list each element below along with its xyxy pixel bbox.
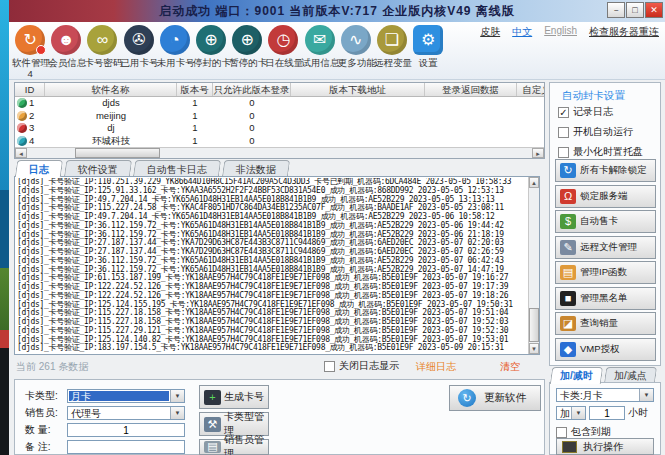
chinese-link[interactable]: 中文 <box>512 25 532 39</box>
include-expired-checkbox[interactable]: 包含到期 <box>556 425 611 439</box>
card-type-select[interactable]: 月卡 ▼ <box>67 389 185 403</box>
remote-vars-icon: ❏ <box>377 25 407 55</box>
adjust-op-select[interactable]: 加 ▼ <box>556 406 586 420</box>
toolbar-item[interactable]: ⊕ 停封的卡 <box>193 25 229 78</box>
english-link[interactable]: English <box>544 25 577 39</box>
toolbar-item[interactable]: ⊕ 暂停的卡 <box>229 25 265 78</box>
toolbar-item[interactable]: ☻ 会员信息 <box>48 25 84 78</box>
sidebar-button[interactable]: ◪ 查询销量 <box>555 312 656 335</box>
quantity-input[interactable] <box>67 423 185 437</box>
toolbar-item-label: 未用卡号 <box>157 57 193 70</box>
minimize-button[interactable]: － <box>607 2 625 18</box>
toolbar-item[interactable]: ∞ 卡号密码 <box>84 25 120 78</box>
paused-cards-icon: ⊕ <box>232 25 262 55</box>
log-vertical-scrollbar[interactable]: ▲ ▼ <box>528 177 539 354</box>
toolbar-item[interactable]: ❏ 远程变量 <box>374 25 410 78</box>
table-header-cell[interactable]: 版本下载地址 <box>291 83 425 96</box>
chevron-down-icon[interactable]: ▼ <box>170 407 184 419</box>
toolbar-item[interactable]: ✇ 已用卡号 <box>121 25 157 78</box>
sidebar-button-label: VMP授权 <box>580 343 620 356</box>
settings-checkbox[interactable]: 记录日志 <box>558 105 643 119</box>
toolbar-item[interactable]: ◔ 未用卡号 <box>157 25 193 78</box>
scroll-down-arrow-icon[interactable]: ▼ <box>529 343 539 354</box>
auto-sell-icon: $ <box>560 214 576 229</box>
table-header-cell[interactable]: 版本号 <box>177 83 213 96</box>
tab[interactable]: 日志 <box>15 160 63 177</box>
table-header-cell[interactable]: ID <box>15 83 45 96</box>
chevron-down-icon[interactable]: ▼ <box>170 390 184 402</box>
auto-ban-settings-link[interactable]: 自动封卡设置 <box>562 89 625 103</box>
scroll-right-arrow-icon[interactable]: ▸ <box>532 148 544 158</box>
sidebar-button[interactable]: ◆ VMP授权 <box>555 338 656 361</box>
sidebar-button[interactable]: ■ 管理黑名单 <box>555 287 656 310</box>
adjust-card-type-select[interactable]: 卡类:月卡 ▼ <box>556 388 654 402</box>
table-header-cell[interactable]: 软件名称 <box>45 83 177 96</box>
scrollbar-thumb[interactable] <box>529 308 539 342</box>
sidebar-button[interactable]: $ 自动售卡 <box>555 210 656 233</box>
more-features-icon: ∿ <box>341 25 371 55</box>
settings-checkbox[interactable]: 开机自动运行 <box>558 125 643 139</box>
log-panel[interactable]: [djds]_卡号验证_IP:110.251.39.229_YK86644D10… <box>14 176 540 355</box>
generate-cards-button[interactable]: + 生成卡号 <box>199 385 269 409</box>
row-software-name: djds <box>45 97 177 110</box>
checkbox-label: 最小化时置托盘 <box>573 145 643 159</box>
card-type-value: 月卡 <box>69 391 169 401</box>
toolbar-item[interactable]: ✉ 试用信息 <box>302 25 338 78</box>
toolbar: ↻ 软件管理 4 ☻ 会员信息 ∞ 卡号密码 ✇ 已用卡号 <box>9 22 665 80</box>
scroll-left-arrow-icon[interactable]: ◂ <box>15 148 27 158</box>
update-software-button[interactable]: ↻ 更新软件 <box>449 385 541 411</box>
clear-log-link[interactable]: 清空 <box>500 360 520 374</box>
sidebar-button[interactable]: ↻ 所有卡解除锁定 <box>555 159 656 182</box>
chevron-down-icon[interactable]: ▼ <box>571 407 585 419</box>
sidebar-button-label: 管理黑名单 <box>580 292 628 305</box>
execute-button[interactable]: 执行操作 <box>556 438 654 455</box>
checkbox-icon <box>556 427 567 438</box>
skin-link[interactable]: 皮肤 <box>480 25 500 39</box>
daily-online-icon: ◷ <box>268 25 298 55</box>
checkbox-icon <box>558 127 569 138</box>
toolbar-item[interactable]: ◷ 日在线量 <box>265 25 301 78</box>
note-input[interactable] <box>67 440 185 454</box>
scroll-up-arrow-icon[interactable]: ▲ <box>529 177 539 188</box>
sidebar-button[interactable]: ▤ 管理IP函数 <box>555 261 656 284</box>
chevron-down-icon[interactable]: ▼ <box>639 389 653 401</box>
manage-sellers-button[interactable]: ▤ 销售员管理 <box>199 439 269 455</box>
table-header-cell[interactable]: 登录返回数据 <box>425 83 517 96</box>
include-expired-label: 包含到期 <box>571 425 611 439</box>
query-sales-icon: ◪ <box>560 316 576 331</box>
row-download-url <box>291 97 425 110</box>
settings-checkbox[interactable]: 最小化时置托盘 <box>558 145 643 159</box>
sidebar-button[interactable]: ✎ 远程文件管理 <box>555 236 656 259</box>
table-row[interactable]: 3 dj 1 0 <box>15 122 544 135</box>
maximize-button[interactable]: □ <box>626 2 644 18</box>
member-info-icon: ☻ <box>51 25 81 55</box>
checkbox-label: 开机自动运行 <box>573 125 633 139</box>
row-id: 3 <box>29 122 34 134</box>
detail-log-link[interactable]: 详细日志 <box>416 360 456 374</box>
banned-cards-icon: ⊕ <box>196 25 226 55</box>
seller-label: 销售员: <box>25 406 67 420</box>
row-login-return <box>425 122 517 135</box>
scrollbar-thumb[interactable] <box>75 148 160 158</box>
table-header-cell[interactable]: 只允许此版本登录 <box>213 83 291 96</box>
seller-select[interactable]: 代理号 ▼ <box>67 406 185 420</box>
row-download-url <box>291 122 425 135</box>
table-row[interactable]: 4 环城科技 1 0 <box>15 135 544 148</box>
close-log-checkbox[interactable]: 关闭日志显示 <box>324 359 399 373</box>
toolbar-item[interactable]: ⚙ 设置 <box>410 25 446 78</box>
row-login-return <box>425 135 517 148</box>
sidebar-button[interactable]: Ω 锁定服务端 <box>555 185 656 208</box>
toolbar-item[interactable]: ↻ 软件管理 4 <box>12 25 48 78</box>
table-row[interactable]: 1 djds 1 0 <box>15 97 544 110</box>
close-button[interactable]: ✕ <box>645 2 663 18</box>
table-header-cell[interactable]: 自定义 <box>517 83 545 96</box>
table-horizontal-scrollbar[interactable]: ◂ ▸ <box>15 147 544 158</box>
adjust-amount-input[interactable] <box>589 406 625 420</box>
row-software-name: dj <box>45 122 177 135</box>
checkbox-label: 记录日志 <box>573 105 613 119</box>
table-row[interactable]: 2 meijing 1 0 <box>15 110 544 123</box>
toolbar-item[interactable]: ∿ 更多功能 <box>338 25 374 78</box>
row-software-name: meijing <box>45 110 177 123</box>
check-server-link[interactable]: 检查服务器重连 <box>589 25 659 39</box>
adjust-tab[interactable]: 加/减时 <box>550 367 603 384</box>
